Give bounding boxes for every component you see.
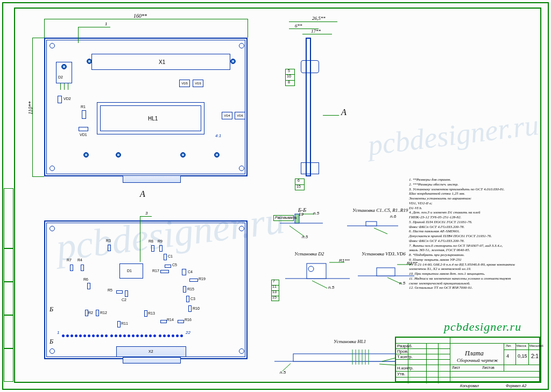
left-margin-block bbox=[4, 348, 13, 382]
r4 bbox=[81, 265, 84, 271]
note: 5. Припой ПЛ4 ПОС61 ГОСТ 21931-76. bbox=[409, 220, 535, 225]
dim-ext bbox=[32, 38, 44, 38]
r2-l: R2 bbox=[88, 311, 93, 315]
hole bbox=[50, 348, 55, 354]
r15 bbox=[183, 286, 186, 293]
x1-screw bbox=[87, 59, 92, 64]
n4: 4 bbox=[506, 353, 509, 359]
section-B-top: Б bbox=[50, 305, 53, 313]
c2 bbox=[125, 290, 128, 297]
r19-l: R19 bbox=[199, 277, 206, 281]
sheet: Лист bbox=[452, 366, 460, 369]
left-margin-block bbox=[4, 282, 13, 315]
n5-1: п.5 bbox=[313, 211, 319, 216]
r3-l: R3 bbox=[106, 239, 111, 243]
callout-div bbox=[285, 80, 295, 81]
vd3: VD3 bbox=[193, 80, 203, 87]
paste: Распаивать bbox=[275, 216, 297, 219]
r-role: Пров. bbox=[397, 349, 408, 354]
hole bbox=[50, 166, 55, 171]
d7: 7 bbox=[273, 279, 275, 283]
r12-l: R12 bbox=[100, 311, 107, 315]
dim-17-lbl: 17** bbox=[311, 28, 321, 34]
hole bbox=[239, 43, 244, 48]
front-connector bbox=[123, 175, 181, 183]
u3: Установка VD3..VD6 bbox=[362, 251, 406, 256]
note: Шаг координатной сетки 1,25 мм. bbox=[409, 191, 535, 196]
r5 bbox=[116, 290, 123, 294]
scale: Масштаб bbox=[529, 344, 543, 347]
note: ГИПК-23-12 ТУ6-05-251-128-82. bbox=[409, 215, 535, 220]
r-role: Утв. bbox=[397, 372, 405, 376]
left-margin-block bbox=[4, 188, 13, 248]
c1-l: C1 bbox=[168, 254, 173, 258]
hole bbox=[239, 226, 244, 231]
note: 8. *Подобрать при регулировании. bbox=[409, 253, 535, 258]
hole bbox=[239, 166, 244, 171]
r1s: R1*** bbox=[339, 258, 350, 263]
r10 bbox=[188, 305, 192, 312]
d13: 13 bbox=[272, 290, 277, 294]
r6 bbox=[87, 283, 90, 289]
note: 9. Плату покрыть лаком УР-231 bbox=[409, 258, 535, 262]
note: элементов X1, X2 и монтажной ил.19. bbox=[409, 267, 535, 272]
d11: 11 bbox=[272, 284, 277, 288]
idx-3: 3 bbox=[145, 211, 147, 216]
note: 6. Паста паяльная АЕ-SMD901. bbox=[409, 229, 535, 234]
arrow-A: А bbox=[341, 108, 347, 117]
note: 4. Дет. поз.3 и элемент D1 ставить на кл… bbox=[409, 210, 535, 215]
n5-5: п.5 bbox=[280, 370, 286, 375]
vd1-label: VD1 bbox=[80, 133, 87, 137]
leader-1 bbox=[78, 27, 110, 27]
cb15: 15 bbox=[296, 184, 301, 188]
r14 bbox=[160, 320, 167, 323]
d1-label: D1 bbox=[127, 269, 132, 273]
note: Допускается припой ПЛВ4 ПОС61 ГОСТ 21931… bbox=[409, 234, 535, 239]
dim-160: 160** bbox=[133, 13, 147, 19]
hole bbox=[50, 43, 55, 48]
note: Флюс ФКСп ОСТ 4.ГО.033.200-78. bbox=[409, 225, 535, 230]
vd2-label: VD2 bbox=[63, 97, 71, 101]
r10-l: R10 bbox=[193, 307, 200, 310]
d2-lead bbox=[64, 83, 65, 90]
sheets: Листов bbox=[482, 366, 495, 369]
note: схеме электрической принципиальной. bbox=[409, 281, 535, 286]
x2-label: X2 bbox=[149, 350, 153, 353]
cb10: 10 bbox=[287, 74, 291, 78]
r5-l: R5 bbox=[108, 288, 112, 292]
r1 bbox=[82, 110, 86, 119]
note: 11. Надписи на элементах нанесены условн… bbox=[409, 276, 535, 281]
logo-inline: pcbdesigner.ru bbox=[444, 320, 521, 334]
mount-hole bbox=[214, 152, 220, 158]
n5-2: п.5 bbox=[302, 234, 308, 239]
dim-160-line bbox=[44, 19, 248, 19]
dim-26 bbox=[289, 22, 337, 22]
r11 bbox=[117, 321, 121, 327]
r9-l: R9 bbox=[158, 239, 163, 243]
dim-6-lbl: 6** bbox=[295, 23, 302, 28]
note: 3. Установку элементов производить по ОС… bbox=[409, 187, 535, 192]
scalev: 2:1 bbox=[531, 353, 539, 359]
n5-3: п.5 bbox=[328, 285, 334, 290]
technical-notes: 1. **Размеры для справок. 2. ***Размеры … bbox=[409, 177, 535, 290]
pad-row bbox=[62, 333, 202, 337]
fmt: Формат А2 bbox=[506, 384, 526, 388]
x1-label: X1 bbox=[159, 59, 165, 65]
svg-rect-4 bbox=[377, 268, 395, 276]
n6: п.6 bbox=[390, 214, 396, 219]
x2-tail bbox=[123, 357, 181, 364]
vd5: VD5 bbox=[179, 80, 190, 87]
side-board bbox=[306, 38, 311, 176]
r13-l: R13 bbox=[148, 311, 155, 315]
note: 1. **Размеры для справок. bbox=[409, 177, 535, 182]
x1-screw bbox=[230, 59, 236, 64]
vd4: VD4 bbox=[222, 112, 232, 119]
r12 bbox=[96, 310, 99, 316]
cb5: 5 bbox=[288, 69, 290, 73]
title-block: Разраб. Пров. Т.контр. Н.контр. Утв. Пла… bbox=[395, 337, 540, 382]
d19: 19 bbox=[299, 212, 303, 217]
left-margin-block bbox=[4, 248, 13, 282]
r8-l: R8 bbox=[149, 239, 153, 243]
side-bottom-comp bbox=[301, 162, 319, 174]
c3-l: C3 bbox=[190, 297, 195, 301]
